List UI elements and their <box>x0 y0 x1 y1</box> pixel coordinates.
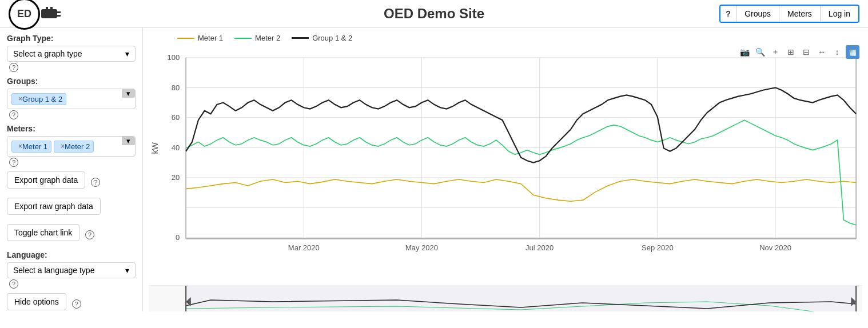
language-caret-icon: ▾ <box>125 266 129 275</box>
legend-meter1-label: Meter 1 <box>198 34 223 42</box>
hide-options-help-icon[interactable]: ? <box>72 299 81 309</box>
meter-tag-1-label: Meter 1 <box>22 142 47 151</box>
meter-tag-2-label: Meter 2 <box>65 142 90 151</box>
hide-options-button[interactable]: Hide options <box>7 293 66 310</box>
pan-right-icon[interactable]: ↕ <box>830 45 844 59</box>
graph-type-section: Graph Type: Select a graph type ▾ ? <box>7 34 136 72</box>
header: ED OED Demo Site ? Groups Meters Log in <box>0 0 868 28</box>
meters-label: Meters: <box>7 124 136 133</box>
meters-tags-wrapper: × Meter 1 × Meter 2 ▾ <box>7 136 136 157</box>
sidebar: Graph Type: Select a graph type ▾ ? Grou… <box>0 28 143 311</box>
legend-group-label: Group 1 & 2 <box>312 34 352 42</box>
group-tag-1: × Group 1 & 2 <box>11 93 66 105</box>
language-help: ? <box>7 279 136 289</box>
zoom-in-icon[interactable]: ⊞ <box>784 45 798 59</box>
legend-meter1-line <box>177 38 194 39</box>
bar-chart-icon[interactable]: ▦ <box>846 45 859 59</box>
svg-text:40: 40 <box>172 143 180 152</box>
svg-rect-1 <box>57 11 61 13</box>
plus-icon[interactable]: ＋ <box>769 45 782 59</box>
logo-text: ED <box>17 8 31 20</box>
camera-icon[interactable]: 📷 <box>738 45 751 59</box>
groups-tags-wrapper: × Group 1 & 2 ▾ <box>7 89 136 109</box>
svg-rect-2 <box>57 15 61 17</box>
svg-text:60: 60 <box>172 113 180 122</box>
graph-type-help-icon[interactable]: ? <box>9 63 18 72</box>
toggle-chart-help-icon[interactable]: ? <box>85 230 94 239</box>
chart-container: 📷 🔍 ＋ ⊞ ⊟ ↔ ↕ ▦ <box>149 45 862 282</box>
language-section: Language: Select a language type ▾ ? <box>7 250 136 289</box>
help-icon[interactable]: ? <box>720 6 736 22</box>
meters-dropdown-btn[interactable]: ▾ <box>122 137 135 145</box>
graph-type-dropdown[interactable]: Select a graph type ▾ <box>7 46 136 62</box>
svg-text:Jul 2020: Jul 2020 <box>525 243 554 251</box>
chart-toolbar: 📷 🔍 ＋ ⊞ ⊟ ↔ ↕ ▦ <box>738 45 859 59</box>
main-layout: Graph Type: Select a graph type ▾ ? Grou… <box>0 28 868 311</box>
toggle-chart-button[interactable]: Toggle chart link <box>7 224 79 241</box>
toggle-chart-row: Toggle chart link ? <box>7 224 136 246</box>
groups-help: ? <box>7 110 136 119</box>
meters-help-icon[interactable]: ? <box>9 158 18 167</box>
pan-left-icon[interactable]: ↔ <box>815 45 829 59</box>
legend-group: Group 1 & 2 <box>292 34 352 42</box>
groups-dropdown-btn[interactable]: ▾ <box>122 89 135 98</box>
graph-type-label: Graph Type: <box>7 34 136 43</box>
meters-tags-input[interactable]: × Meter 1 × Meter 2 <box>7 137 122 156</box>
meters-button[interactable]: Meters <box>779 6 821 22</box>
page-title: OED Demo Site <box>384 6 484 22</box>
export-raw-graph-button[interactable]: Export raw graph data <box>7 198 101 215</box>
svg-rect-4 <box>50 7 53 10</box>
graph-type-placeholder: Select a graph type <box>13 49 82 58</box>
svg-text:Mar 2020: Mar 2020 <box>288 243 320 251</box>
chart-area: Meter 1 Meter 2 Group 1 & 2 📷 🔍 ＋ ⊞ ⊟ ↔ <box>143 28 868 311</box>
zoom-icon[interactable]: 🔍 <box>753 45 767 59</box>
groups-button[interactable]: Groups <box>736 6 779 22</box>
svg-text:0: 0 <box>176 233 180 242</box>
svg-rect-3 <box>46 7 48 10</box>
meter-tag-2: × Meter 2 <box>54 141 94 153</box>
mini-chart-svg <box>149 286 862 311</box>
meters-dropdown-caret-icon: ▾ <box>126 137 130 145</box>
logo-circle: ED <box>9 0 40 30</box>
svg-text:Sep 2020: Sep 2020 <box>642 243 674 251</box>
export-graph-row: Export graph data ? <box>7 171 136 193</box>
graph-type-help: ? <box>7 63 136 72</box>
meters-section: Meters: × Meter 1 × Meter 2 ▾ <box>7 124 136 167</box>
groups-help-icon[interactable]: ? <box>9 110 18 119</box>
groups-dropdown-caret-icon: ▾ <box>126 89 130 98</box>
svg-text:kW: kW <box>150 142 160 154</box>
svg-text:May 2020: May 2020 <box>405 243 438 251</box>
legend-group-line <box>292 37 309 39</box>
meters-input[interactable] <box>95 142 119 151</box>
legend-meter2-label: Meter 2 <box>255 34 280 42</box>
export-graph-button[interactable]: Export graph data <box>7 171 85 189</box>
svg-rect-5 <box>149 45 862 282</box>
language-help-icon[interactable]: ? <box>9 279 18 289</box>
meter-tag-1-close[interactable]: × <box>18 142 22 150</box>
login-button[interactable]: Log in <box>821 6 858 22</box>
language-label: Language: <box>7 250 136 259</box>
logo: ED <box>9 0 63 30</box>
svg-rect-0 <box>41 9 57 18</box>
graph-type-caret-icon: ▾ <box>125 49 129 58</box>
svg-text:20: 20 <box>172 173 180 182</box>
legend-meter2: Meter 2 <box>234 34 280 42</box>
svg-text:100: 100 <box>168 53 180 62</box>
legend-meter1: Meter 1 <box>177 34 223 42</box>
meters-help: ? <box>7 158 136 167</box>
groups-tags-input[interactable]: × Group 1 & 2 <box>7 89 122 109</box>
header-nav: ? Groups Meters Log in <box>719 5 859 23</box>
meter-tag-2-close[interactable]: × <box>61 142 65 150</box>
zoom-out-icon[interactable]: ⊟ <box>799 45 813 59</box>
language-dropdown[interactable]: Select a language type ▾ <box>7 262 136 278</box>
export-graph-help-icon[interactable]: ? <box>91 178 100 187</box>
export-raw-graph-row: Export raw graph data <box>7 198 136 219</box>
hide-options-row: Hide options ? <box>7 293 136 311</box>
chart-legend: Meter 1 Meter 2 Group 1 & 2 <box>149 31 862 45</box>
group-tag-1-close[interactable]: × <box>18 95 22 103</box>
meter-tag-1: × Meter 1 <box>11 141 51 153</box>
mini-chart-area[interactable] <box>149 285 862 311</box>
language-placeholder: Select a language type <box>13 266 94 275</box>
groups-section: Groups: × Group 1 & 2 ▾ ? <box>7 77 136 119</box>
svg-rect-36 <box>186 286 856 311</box>
